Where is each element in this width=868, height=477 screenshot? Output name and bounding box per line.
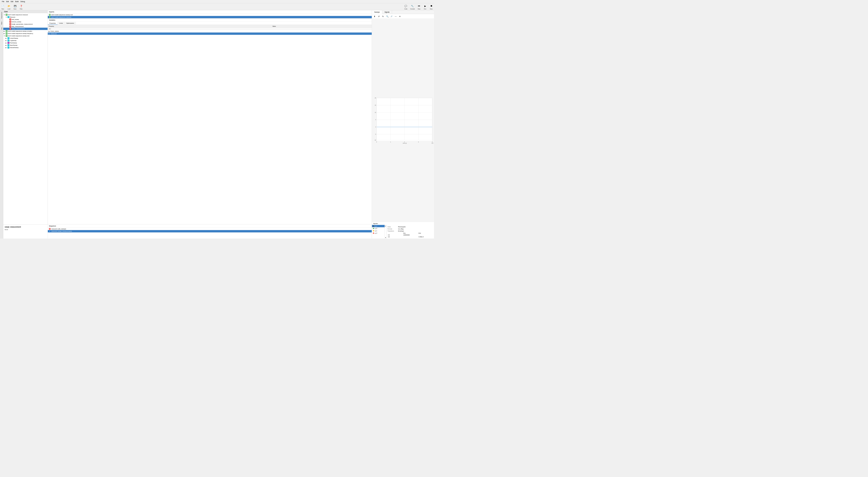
svg-text:0: 0 xyxy=(376,141,377,143)
grid-row2-key: 0.0 xyxy=(388,236,402,238)
svg-text:10: 10 xyxy=(375,112,376,113)
grid-header-time: time xyxy=(418,232,433,234)
tree-arrow xyxy=(7,21,9,23)
class-icon: C xyxy=(7,47,9,49)
side-tab-sequencer[interactable]: Sequencer xyxy=(0,10,3,20)
signal-item-a1[interactable]: a_1 xyxy=(372,230,385,232)
tree-arrow: ▶ xyxy=(6,47,7,48)
side-tab-main[interactable]: Main xyxy=(0,20,3,26)
side-tab-log[interactable]: Log xyxy=(0,26,3,31)
chart-toolbar: ⬇ ↺ ↻ 🔍 🔎 — ✕ xyxy=(372,14,434,19)
stop-icon[interactable]: ⏹ xyxy=(429,4,433,8)
download-btn[interactable]: ⬇ xyxy=(373,15,376,18)
tab-properties[interactable]: Properties xyxy=(48,22,58,25)
tree-item[interactable]: ▶ C SpanSweep xyxy=(3,44,48,47)
class-icon: C xyxy=(7,16,9,18)
menu-debug[interactable]: Build xyxy=(14,0,20,3)
sequence-item-selected[interactable]: M measure1.swept_measurement() xyxy=(48,230,372,232)
imports-header: Imports: xyxy=(48,10,372,13)
tree-item[interactable]: M single_sparameter_measurement xyxy=(3,23,48,25)
import-item-selected[interactable]: M sknrf.model.sequencer.measure xyxy=(48,16,372,18)
signal-item-a2[interactable]: a_2 xyxy=(372,232,385,234)
svg-text:5: 5 xyxy=(375,119,376,120)
tab-sweeps[interactable]: Sweeps xyxy=(372,10,382,14)
signal-label: a_0 xyxy=(375,228,377,229)
signal-item-b2[interactable]: b_2 xyxy=(372,225,385,227)
zoom-out-btn[interactable]: 🔎 xyxy=(390,15,393,18)
tree-item[interactable]: ▼ M sknrf.model.sequencer.sweep.real xyxy=(3,35,48,37)
menu-file[interactable]: File xyxy=(1,0,5,3)
tree-arrow: ▼ xyxy=(6,17,7,18)
tree-item[interactable]: M add_sweep xyxy=(3,18,48,21)
col-property: Property xyxy=(48,25,272,27)
method-icon: M xyxy=(9,19,11,20)
compile-icon[interactable]: 🔧 xyxy=(410,4,414,8)
tree-item[interactable]: ▶ M sknrf.model.sequencer.sweep.complex xyxy=(3,30,48,32)
method-icon: M xyxy=(9,23,11,25)
code-icon[interactable]: 💬 xyxy=(404,4,408,8)
axes-prop: Axes: Rectangular xyxy=(388,226,433,228)
redo-btn[interactable]: ↻ xyxy=(381,15,384,18)
tree-item[interactable]: ▶ C PowSweep xyxy=(3,42,48,44)
tree-arrow xyxy=(7,26,9,27)
imports-section: Imports: M sknrf.model.sequencer.sweep.r… xyxy=(48,10,372,19)
table-row-selected[interactable]: ▶ measure1 xyxy=(48,32,372,35)
tree-item-selected[interactable]: M swept_measurement xyxy=(3,28,48,30)
tab-optimization[interactable]: Optimization xyxy=(65,22,76,25)
tree-item[interactable]: ▶ M sknrf.model.sequencer.sweep.frequenc… xyxy=(3,32,48,35)
signal-label: a_1 xyxy=(375,230,377,232)
compile-label: Compile xyxy=(410,8,415,9)
signal-dot xyxy=(373,233,374,234)
grid-header-freq: freq xyxy=(403,232,418,234)
tree-item[interactable]: ▶ C SubsetSweep xyxy=(3,47,48,49)
tree-item[interactable]: M skip_measurement xyxy=(3,25,48,28)
help-icon[interactable]: ❓ xyxy=(19,4,23,8)
step-label: Step xyxy=(417,8,420,9)
format-val: Lin_Mag xyxy=(398,228,433,230)
menu-build[interactable]: Edit xyxy=(10,0,14,3)
svg-text:20: 20 xyxy=(375,97,376,99)
table-row: dict xyxy=(48,27,372,30)
method-icon: M xyxy=(9,21,11,23)
import-item[interactable]: M sknrf.model.sequencer.sweep.real xyxy=(48,13,372,16)
menu-help[interactable]: Debug xyxy=(20,0,26,3)
signals-header: Signals: xyxy=(372,222,434,225)
signal-dot xyxy=(373,230,374,232)
right-panel: Sweeps Signals ⬇ ↺ ↻ 🔍 🔎 — ✕ xyxy=(372,10,434,239)
run-icon[interactable]: ▶ xyxy=(423,4,427,8)
tree-label: skip_measurement xyxy=(12,26,24,27)
description-panel: swept_measurement None xyxy=(3,225,48,239)
signal-scroll: ▲ ▼ xyxy=(385,225,386,239)
method-icon: M xyxy=(9,26,11,27)
tree-label: LogSweep xyxy=(10,40,17,41)
load-icon[interactable]: 📂 xyxy=(7,4,11,8)
tree-item[interactable]: M remove_sweep xyxy=(3,21,48,23)
grid-row2-freq xyxy=(403,236,418,238)
reset-btn[interactable]: ✕ xyxy=(398,15,401,18)
new-icon[interactable]: 📄 xyxy=(1,4,5,8)
scroll-up-btn[interactable]: ▲ xyxy=(385,225,386,227)
table-row[interactable]: ▶ linear_sweep xyxy=(48,30,372,33)
pan-btn[interactable]: — xyxy=(394,15,397,18)
seq-icon: M xyxy=(49,228,51,230)
sequence-item[interactable]: M measure1.add_sweep() xyxy=(48,228,372,230)
new-label: New xyxy=(1,8,4,9)
tree-label: single_sparameter_measurement xyxy=(12,23,33,25)
undo-btn[interactable]: ↺ xyxy=(377,15,380,18)
zoom-in-btn[interactable]: 🔍 xyxy=(386,15,389,18)
tab-signals[interactable]: Signals xyxy=(382,10,392,14)
toolbar-new: 📄 New xyxy=(1,4,5,9)
signal-item-a0[interactable]: a_0 xyxy=(372,227,385,230)
menu-edit[interactable]: Edit xyxy=(5,0,9,3)
step-icon[interactable]: ⏭ xyxy=(417,4,421,8)
tree-container: ▼ M sknrf.model.sequencer.measure ▼ C Me… xyxy=(3,13,48,225)
tree-item[interactable]: ▶ C LinearSweep xyxy=(3,37,48,39)
run-label: Run xyxy=(424,8,426,9)
tree-item[interactable]: ▼ C Measure xyxy=(3,16,48,18)
scroll-down-btn[interactable]: ▼ xyxy=(385,237,386,239)
save-icon[interactable]: 💾 xyxy=(13,4,17,8)
tree-item[interactable]: ▶ C LogSweep xyxy=(3,39,48,42)
tree-item[interactable]: ▼ M sknrf.model.sequencer.measure xyxy=(3,13,48,16)
svg-text:×10⁻⁵: ×10⁻⁵ xyxy=(431,143,434,144)
tab-limits[interactable]: Limits xyxy=(58,22,65,25)
